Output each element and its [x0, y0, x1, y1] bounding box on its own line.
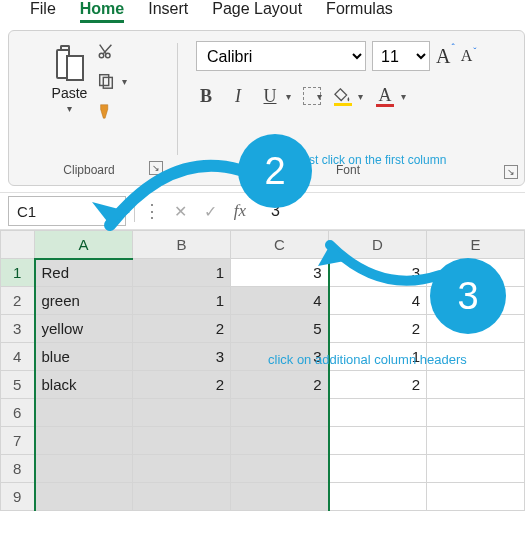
cell[interactable] — [427, 455, 525, 483]
font-dialog-launcher[interactable]: ↘ — [504, 165, 518, 179]
cell[interactable]: 1 — [133, 259, 231, 287]
cell[interactable] — [35, 455, 133, 483]
svg-point-0 — [99, 53, 104, 58]
cell[interactable] — [133, 399, 231, 427]
cell[interactable] — [231, 455, 329, 483]
cell[interactable]: blue — [35, 343, 133, 371]
row-header[interactable]: 8 — [1, 455, 35, 483]
row-header[interactable]: 5 — [1, 371, 35, 399]
cut-button[interactable] — [96, 41, 116, 61]
fill-color-button[interactable] — [334, 87, 352, 105]
cell[interactable] — [231, 427, 329, 455]
menu-formulas[interactable]: Formulas — [326, 0, 393, 18]
font-color-preview — [376, 104, 394, 107]
cell[interactable] — [427, 483, 525, 511]
cell[interactable] — [329, 483, 427, 511]
cell[interactable] — [35, 427, 133, 455]
cell[interactable]: 4 — [231, 287, 329, 315]
chevron-down-icon[interactable]: ▾ — [358, 91, 363, 102]
clipboard-icon — [52, 43, 88, 83]
cell[interactable]: 3 — [133, 343, 231, 371]
col-header-D[interactable]: D — [329, 231, 427, 259]
chevron-down-icon[interactable]: ▾ — [67, 103, 72, 114]
cell[interactable]: black — [35, 371, 133, 399]
select-all-corner[interactable] — [1, 231, 35, 259]
ribbon-separator — [177, 43, 178, 155]
font-size-select[interactable]: 11 — [372, 41, 430, 71]
col-header-B[interactable]: B — [133, 231, 231, 259]
row-header[interactable]: 7 — [1, 427, 35, 455]
cell[interactable] — [35, 483, 133, 511]
enter-button[interactable]: ✓ — [199, 200, 221, 222]
cell[interactable] — [329, 455, 427, 483]
cell[interactable] — [133, 483, 231, 511]
cell[interactable]: Red — [35, 259, 133, 287]
cell[interactable] — [231, 399, 329, 427]
cell[interactable] — [329, 399, 427, 427]
cell[interactable]: 2 — [329, 371, 427, 399]
bold-button[interactable]: B — [196, 86, 216, 107]
underline-button[interactable]: U — [260, 86, 280, 107]
cell[interactable] — [427, 427, 525, 455]
col-header-C[interactable]: C — [231, 231, 329, 259]
name-box-value: C1 — [17, 203, 36, 220]
borders-button[interactable] — [303, 87, 321, 105]
col-header-A[interactable]: A — [35, 231, 133, 259]
format-painter-button[interactable] — [96, 101, 116, 121]
separator — [134, 200, 135, 222]
cancel-button[interactable]: ✕ — [169, 200, 191, 222]
cell[interactable]: 3 — [329, 259, 427, 287]
copy-button[interactable] — [96, 71, 116, 91]
font-color-button[interactable]: A — [375, 85, 395, 106]
row-header[interactable]: 6 — [1, 399, 35, 427]
formula-bar-options[interactable]: ⋮ — [143, 206, 161, 216]
chevron-down-icon[interactable]: ▾ — [286, 91, 291, 102]
chevron-down-icon[interactable]: ▾ — [122, 76, 127, 87]
cell[interactable] — [133, 455, 231, 483]
svg-rect-2 — [99, 75, 108, 86]
row-header[interactable]: 4 — [1, 343, 35, 371]
chevron-down-icon[interactable]: ▾ — [401, 91, 406, 102]
cell[interactable]: 5 — [231, 315, 329, 343]
name-box[interactable]: C1 ▾ — [8, 196, 126, 226]
annotation-step3-text: click on additional column headers — [268, 352, 467, 367]
annotation-badge-3: 3 — [430, 258, 506, 334]
chevron-down-icon[interactable]: ▾ — [111, 204, 117, 218]
menu-file[interactable]: File — [30, 0, 56, 18]
col-header-E[interactable]: E — [427, 231, 525, 259]
svg-rect-3 — [103, 77, 112, 88]
increase-font-icon[interactable]: Aˆ — [436, 45, 455, 68]
formula-bar-value[interactable]: 3 — [259, 202, 517, 220]
row-header[interactable]: 2 — [1, 287, 35, 315]
paste-button[interactable]: Paste ▾ — [52, 43, 88, 114]
menu-insert[interactable]: Insert — [148, 0, 188, 18]
row-header[interactable]: 1 — [1, 259, 35, 287]
cell[interactable]: 2 — [231, 371, 329, 399]
cell[interactable] — [427, 399, 525, 427]
cell[interactable]: yellow — [35, 315, 133, 343]
font-name-select[interactable]: Calibri — [196, 41, 366, 71]
italic-button[interactable]: I — [228, 86, 248, 107]
cell[interactable] — [329, 427, 427, 455]
cell[interactable] — [35, 399, 133, 427]
row-header[interactable]: 3 — [1, 315, 35, 343]
cell[interactable] — [133, 427, 231, 455]
cell[interactable] — [427, 371, 525, 399]
cell[interactable] — [231, 483, 329, 511]
cell-active[interactable]: 3 — [231, 259, 329, 287]
menu-page-layout[interactable]: Page Layout — [212, 0, 302, 18]
decrease-font-icon[interactable]: Aˇ — [461, 47, 477, 65]
menu-bar: File Home Insert Page Layout Formulas — [0, 0, 525, 24]
cell[interactable]: green — [35, 287, 133, 315]
ribbon-group-clipboard: Paste ▾ ▾ Clipboard ↘ — [19, 41, 159, 179]
cell[interactable]: 2 — [329, 315, 427, 343]
cell[interactable]: 2 — [133, 315, 231, 343]
cell[interactable]: 2 — [133, 371, 231, 399]
menu-home[interactable]: Home — [80, 0, 124, 23]
paste-label: Paste — [52, 85, 88, 101]
clipboard-dialog-launcher[interactable]: ↘ — [149, 161, 163, 175]
row-header[interactable]: 9 — [1, 483, 35, 511]
cell[interactable]: 1 — [133, 287, 231, 315]
cell[interactable]: 4 — [329, 287, 427, 315]
fx-button[interactable]: fx — [229, 200, 251, 222]
